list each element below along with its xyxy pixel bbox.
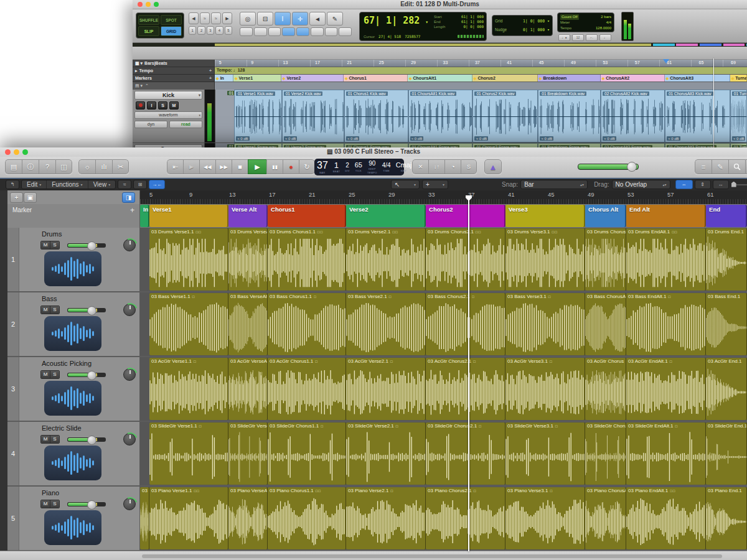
audio-region[interactable]: 03 SlideGtr Verse1.1□ <box>149 422 228 485</box>
flex-button[interactable]: ⊞ <box>133 180 147 189</box>
editors-button[interactable]: ✂ <box>112 159 129 174</box>
track-header-options-button[interactable]: ◨ <box>122 192 135 203</box>
edit-option-button-1[interactable] <box>240 27 253 36</box>
back-button[interactable]: ↰ <box>6 180 19 189</box>
audio-region[interactable]: 03 Piano Verse1.1□□ <box>149 487 228 549</box>
vertical-zoom-thumb[interactable] <box>731 182 736 187</box>
audio-region[interactable]: 03 Piano ChorusA <box>585 487 626 549</box>
audio-region[interactable]: 03 Piano Chorus2.1□ <box>426 487 505 549</box>
ruler-view-icon[interactable]: ▦ ▾ <box>135 61 143 66</box>
pan-knob[interactable] <box>123 368 136 381</box>
clip-gain-chip[interactable]: ⌁ 0 dB <box>410 136 424 141</box>
quick-help-button[interactable]: ? <box>39 159 55 174</box>
pan-knob[interactable] <box>123 433 136 446</box>
volume-thumb[interactable] <box>627 162 637 172</box>
scrubber-tool-button[interactable]: ◄ <box>309 12 326 26</box>
main-counter[interactable]: 67| 1| 282 ▾ <box>364 15 428 26</box>
audio-region[interactable]: 01 Chorus2 Snare.wav⌁ 0 dB <box>472 143 538 147</box>
audio-region[interactable]: 03 SlideGtr Chorus1.1□ <box>268 422 346 485</box>
audio-region[interactable]: 03 Drums End.1 <box>706 228 747 291</box>
pan-knob[interactable] <box>123 239 136 251</box>
nudge-value[interactable]: 0| 1| 000 ▾ <box>523 26 550 34</box>
library-button[interactable]: ▤ <box>5 159 22 174</box>
smart-controls-button[interactable]: ☼ <box>78 159 95 174</box>
solo-button[interactable]: S <box>50 241 59 249</box>
audio-region[interactable]: 01 ChorusAlt3 Kick.wav⌁ 0 dB <box>665 90 730 142</box>
input-monitor-button[interactable]: I <box>147 101 156 110</box>
marker-end[interactable]: End <box>706 205 747 227</box>
track-sort-icon[interactable]: ⌃ <box>145 83 149 88</box>
track-volume-slider[interactable] <box>67 308 106 312</box>
audio-region[interactable]: 01 Breakdown Snare.wav⌁ 0 dB <box>538 143 601 147</box>
audio-region[interactable]: 03 Piano VerseAlt <box>228 487 268 549</box>
clip-gain-chip[interactable]: ⌁ 0 dB <box>346 136 360 141</box>
zoom-out-arrow-icon[interactable]: ◀ <box>189 12 199 24</box>
marker-verse3[interactable]: Verse3 <box>505 205 585 227</box>
midi-zoom-icon[interactable]: ≈ <box>211 12 221 24</box>
audio-region[interactable]: 03 Drums Chorus1.1□□ <box>268 228 346 291</box>
marker-int[interactable]: Int <box>140 205 149 227</box>
record-button[interactable]: ● <box>283 159 299 174</box>
audio-region[interactable]: 03 SlideGtr Choru <box>585 422 626 485</box>
audio-region[interactable]: 03 AcGtr Verse3.1□ <box>505 358 585 420</box>
audio-region[interactable]: 03 Piano EndAlt.1□□ <box>626 487 706 549</box>
zoomer-tool-button[interactable]: ◎ <box>240 12 256 26</box>
track-lane-drums[interactable]: 03 Drums Verse1.1□□03 Drums VerseAl03 Dr… <box>140 228 747 291</box>
tempo-event-chip[interactable]: Tempo: ♩128 <box>217 68 245 72</box>
audio-region[interactable]: 03 <box>140 487 149 549</box>
mute-button[interactable]: M <box>41 500 50 508</box>
grid-mode-button[interactable]: GRID <box>161 26 182 36</box>
audio-region[interactable]: 01 Chorus1 Kick.wav⌁ 0 dB <box>344 90 408 142</box>
automation-selector[interactable]: dyn <box>134 121 167 128</box>
count-in-button[interactable]: 12 <box>572 34 584 41</box>
edit-option-button-6[interactable] <box>311 27 324 36</box>
solo-button[interactable]: S <box>50 436 59 443</box>
audio-region[interactable]: 03 Bass ChorusA <box>585 293 626 355</box>
master-volume-slider[interactable] <box>578 164 639 170</box>
mixer-button[interactable]: ıIı <box>95 159 112 174</box>
edit-option-button-7[interactable] <box>325 27 338 36</box>
solo-button[interactable]: S <box>158 101 167 110</box>
duplicate-track-button[interactable]: ▣ <box>24 192 37 203</box>
mute-button[interactable]: M <box>41 436 50 443</box>
clip-gain-chip[interactable]: ⌁ 0 dB <box>540 136 553 141</box>
zoom-preset-2-button[interactable]: 2 <box>197 26 205 35</box>
toolbar-toggle-button[interactable]: ◫ <box>55 159 72 174</box>
audio-region[interactable]: 03 Bass End.1 <box>706 293 747 355</box>
pan-knob[interactable] <box>123 304 136 316</box>
clip-gain-chip[interactable]: ⌁ 0 dB <box>474 136 488 141</box>
add-marker-icon[interactable]: + <box>130 206 134 215</box>
audio-region[interactable]: 03 AcGtr VerseAlt <box>228 358 268 420</box>
solo-button[interactable]: S <box>50 500 59 508</box>
cycle-button[interactable]: ↻ <box>299 159 315 174</box>
trim-tool-button[interactable]: ⊟ <box>257 12 273 26</box>
metronome-button[interactable]: ♩● <box>558 34 570 41</box>
solo-button[interactable]: S <box>461 159 477 174</box>
audio-region[interactable]: 03 SlideGtr EndAlt.1□ <box>626 422 706 485</box>
view-menu[interactable]: View▾ <box>88 180 116 189</box>
audio-region[interactable]: 01 ChoursAlt1 Snare.wav⌁ 0 dB <box>408 143 473 147</box>
tempo-label[interactable]: Tempo <box>560 26 571 31</box>
clip-gain-chip[interactable]: ⌁ 0 dB <box>732 136 746 141</box>
universe-strip[interactable] <box>133 43 747 47</box>
list-editors-button[interactable]: ≡ <box>695 159 712 174</box>
volume-thumb[interactable] <box>87 500 96 510</box>
zoom-in-arrow-icon[interactable]: ▶ <box>222 12 232 24</box>
rewind-button[interactable]: ◀◀ <box>199 159 215 174</box>
audio-region[interactable]: 03 Piano Verse3.1□ <box>505 487 585 549</box>
add-tempo-icon[interactable]: + <box>209 68 212 73</box>
horizontal-fit-button[interactable]: ↔ <box>713 180 729 189</box>
tuner-button[interactable]: ◔ <box>444 159 461 174</box>
audio-region[interactable]: 03 Bass EndAlt.1□ <box>626 293 706 355</box>
drag-select[interactable]: No Overlap▴▾ <box>612 180 670 189</box>
audio-region[interactable]: 03 AcGtr End.1 <box>706 358 747 420</box>
zoom-preset-1-button[interactable]: 1 <box>189 26 196 35</box>
tempo-ruler[interactable]: Tempo: ♩128 <box>215 67 747 75</box>
merge-button[interactable]: ⌐. <box>586 34 598 41</box>
count-off-label[interactable]: Count Off <box>560 14 579 20</box>
marker-verse1[interactable]: Verse1 <box>149 205 228 227</box>
record-enable-button[interactable] <box>136 101 145 110</box>
audio-region[interactable]: 03 AcGtr Verse2.1□ <box>346 358 426 420</box>
pan-knob[interactable] <box>123 498 136 510</box>
left-click-tool-menu[interactable]: ↖▾ <box>391 180 420 189</box>
